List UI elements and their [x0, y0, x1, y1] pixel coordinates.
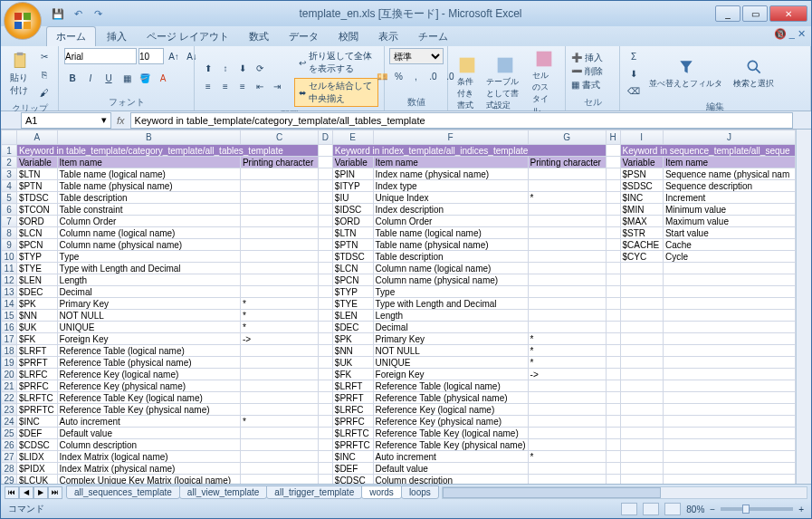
cell[interactable]	[319, 204, 333, 216]
cell[interactable]: $TDSC	[16, 192, 57, 204]
cell[interactable]: $LRFC	[16, 369, 57, 380]
cell[interactable]: *	[240, 416, 318, 428]
col-header[interactable]: B	[57, 130, 240, 145]
cell[interactable]	[240, 392, 318, 404]
cell[interactable]: $LCN	[332, 263, 373, 274]
cell[interactable]	[606, 157, 620, 168]
sheet-tab[interactable]: words	[361, 485, 402, 499]
cell[interactable]	[620, 274, 663, 286]
cell[interactable]: Index type	[373, 180, 528, 192]
cell[interactable]: $PRFC	[16, 380, 57, 392]
cell[interactable]: $TYP	[16, 251, 57, 263]
row-header[interactable]: 13	[2, 286, 17, 298]
align-bottom-icon[interactable]: ⬇	[234, 61, 251, 77]
cell[interactable]	[606, 239, 620, 251]
row-header[interactable]: 17	[2, 333, 17, 345]
cell[interactable]: $NN	[332, 345, 373, 357]
cell[interactable]: Primary Key	[57, 298, 240, 310]
cell[interactable]	[663, 345, 795, 357]
row-header[interactable]: 12	[2, 274, 17, 286]
cell[interactable]: $PK	[16, 298, 57, 310]
cell[interactable]	[240, 239, 318, 251]
row-header[interactable]: 28	[2, 463, 17, 475]
cell[interactable]: $LTN	[332, 227, 373, 239]
cell[interactable]: $INC	[332, 451, 373, 463]
row-header[interactable]: 18	[2, 345, 17, 357]
tab-view[interactable]: 表示	[369, 27, 407, 46]
currency-icon[interactable]: 💴	[374, 68, 390, 84]
cell[interactable]: Increment	[663, 192, 795, 204]
cell[interactable]	[528, 239, 606, 251]
row-header[interactable]: 25	[2, 428, 17, 439]
tab-nav-prev-icon[interactable]: ◀	[19, 486, 33, 499]
grow-font-icon[interactable]: A↑	[166, 48, 182, 64]
fx-icon[interactable]: fx	[117, 115, 125, 126]
cell[interactable]	[606, 404, 620, 416]
cell[interactable]: NOT NULL	[57, 310, 240, 322]
row-header[interactable]: 23	[2, 404, 17, 416]
cell[interactable]	[663, 286, 795, 298]
cell[interactable]: Cycle	[663, 251, 795, 263]
row-header[interactable]: 14	[2, 298, 17, 310]
cell[interactable]	[528, 392, 606, 404]
cell[interactable]	[620, 392, 663, 404]
cell[interactable]: Decimal	[57, 286, 240, 298]
align-left-icon[interactable]: ≡	[200, 79, 216, 95]
cell[interactable]: Reference Key (logical name)	[373, 404, 528, 416]
cell[interactable]: $IDSC	[332, 204, 373, 216]
cell[interactable]: Item name	[663, 157, 795, 168]
cell[interactable]	[606, 263, 620, 274]
cell[interactable]	[606, 369, 620, 380]
row-header[interactable]: 7	[2, 216, 17, 227]
cell[interactable]: $LRFT	[16, 345, 57, 357]
tab-nav-last-icon[interactable]: ⏭	[48, 486, 62, 499]
cell[interactable]: NOT NULL	[373, 345, 528, 357]
font-name-select[interactable]	[64, 48, 137, 64]
cell[interactable]: Item name	[373, 157, 528, 168]
sort-filter-button[interactable]: 並べ替えとフィルタ	[645, 56, 726, 91]
cell[interactable]	[319, 451, 333, 463]
sheet-tab[interactable]: all_sequences_template	[66, 485, 180, 499]
cell[interactable]	[620, 428, 663, 439]
cell[interactable]: Cache	[663, 239, 795, 251]
cell[interactable]	[606, 322, 620, 333]
cell[interactable]	[319, 310, 333, 322]
cell[interactable]: Default value	[57, 428, 240, 439]
underline-button[interactable]: U	[100, 70, 117, 86]
cell[interactable]: $LCN	[16, 227, 57, 239]
cell[interactable]: *	[528, 333, 606, 345]
cell[interactable]: UNIQUE	[57, 322, 240, 333]
cell[interactable]: $SDSC	[620, 180, 663, 192]
cell[interactable]: Type	[57, 251, 240, 263]
sheet-tab[interactable]: all_trigger_template	[266, 485, 362, 499]
cell[interactable]: Table constraint	[57, 204, 240, 216]
cell[interactable]	[240, 274, 318, 286]
cell[interactable]	[319, 180, 333, 192]
align-center-icon[interactable]: ≡	[217, 79, 234, 95]
tab-home[interactable]: ホーム	[46, 26, 96, 46]
tab-data[interactable]: データ	[280, 27, 328, 46]
cell[interactable]: Column name (physical name)	[57, 239, 240, 251]
office-button[interactable]	[4, 2, 42, 40]
cell[interactable]	[319, 274, 333, 286]
cell[interactable]	[606, 298, 620, 310]
cell[interactable]: $PRFT	[16, 357, 57, 369]
cell[interactable]: $PCN	[332, 274, 373, 286]
cell[interactable]: Foreign Key	[57, 333, 240, 345]
cell[interactable]: Auto increment	[57, 416, 240, 428]
cell[interactable]: UNIQUE	[373, 357, 528, 369]
cell[interactable]: Keyword in index_template/all_indices_te…	[332, 145, 606, 157]
cell[interactable]	[528, 274, 606, 286]
cell[interactable]	[240, 463, 318, 475]
clear-icon[interactable]: ⌫	[626, 82, 642, 99]
align-right-icon[interactable]: ≡	[234, 79, 251, 95]
cell[interactable]	[606, 380, 620, 392]
cell[interactable]: $CDSC	[16, 439, 57, 451]
cell[interactable]	[240, 192, 318, 204]
cell[interactable]	[319, 192, 333, 204]
row-header[interactable]: 16	[2, 322, 17, 333]
format-painter-icon[interactable]: 🖌	[36, 84, 53, 101]
cell[interactable]: Table name (physical name)	[373, 239, 528, 251]
cell[interactable]	[606, 227, 620, 239]
cell[interactable]	[528, 298, 606, 310]
